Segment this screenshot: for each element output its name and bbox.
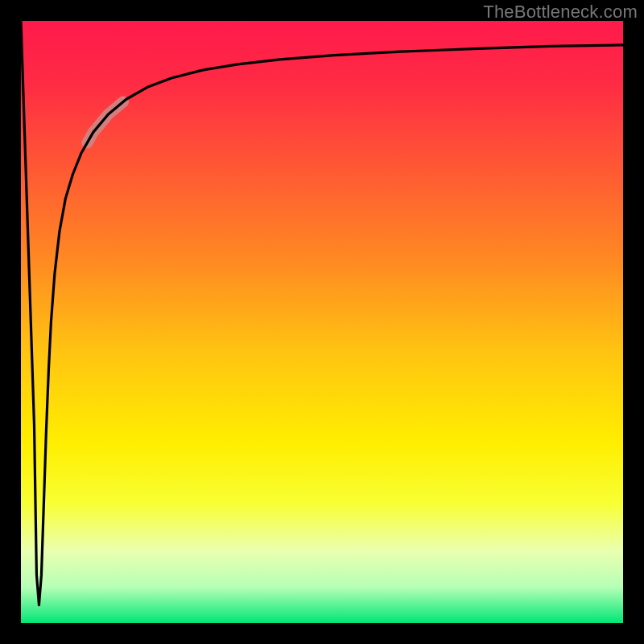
chart-container: TheBottleneck.com xyxy=(0,0,644,644)
watermark-text: TheBottleneck.com xyxy=(483,2,638,23)
chart-svg xyxy=(0,0,644,644)
